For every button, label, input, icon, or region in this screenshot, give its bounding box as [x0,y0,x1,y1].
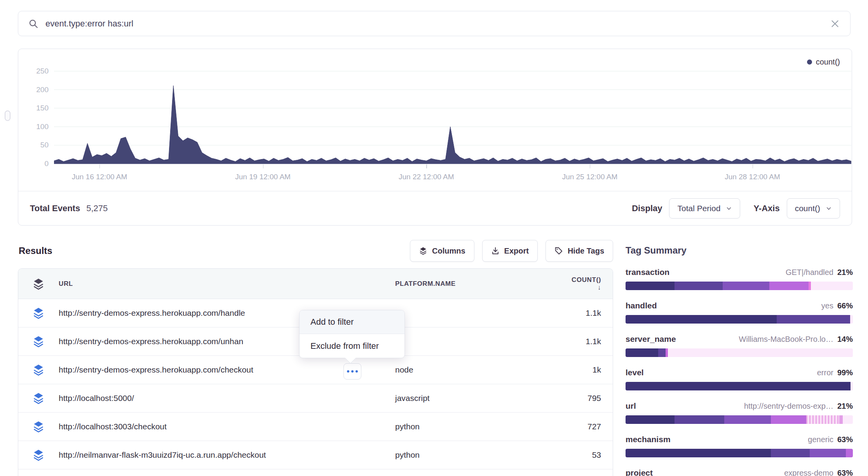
tag-distribution-bar[interactable] [626,415,853,424]
total-events-label: Total Events [30,203,80,214]
columns-button-label: Columns [432,247,465,256]
x-axis-tick [426,164,427,168]
tag-top-value: http://sentry-demos-exp… [641,401,833,411]
tag-bar-segment [771,449,809,457]
tag-top-percent: 21% [837,268,853,277]
table-row[interactable]: http://localhost:3003/checkoutpython727 [18,413,613,441]
tag-distribution-bar[interactable] [626,348,853,357]
download-icon [491,247,500,255]
sort-desc-icon: ↓ [598,284,601,291]
column-header-url[interactable]: URL [59,280,395,288]
url-cell[interactable]: http://neilmanvar-flask-m3uuizd7iq-uc.a.… [59,450,395,460]
chart-footer: Total Events 5,275 Display Total Period … [18,191,852,225]
count-cell: 795 [566,394,613,403]
panel-resize-handle[interactable] [5,110,10,121]
search-bar [18,11,851,36]
tag-summary-section: mechanismgeneric63% [626,435,853,457]
x-axis-tick [99,164,100,168]
y-axis-tick-label: 0 [17,159,49,168]
tag-bar-segment [839,415,843,424]
y-axis-tick-label: 150 [17,104,49,112]
tag-bar-segment [769,282,809,290]
yaxis-select[interactable]: count() [787,198,840,219]
tag-bar-segment [806,415,839,424]
tag-distribution-bar[interactable] [626,315,853,324]
tag-bar-segment [843,415,853,424]
layers-icon [33,392,44,404]
tag-distribution-bar[interactable] [626,282,853,290]
columns-button[interactable]: Columns [410,240,474,262]
x-axis-tick-label: Jun 16 12:00 AM [72,173,127,181]
tag-bar-segment [626,348,658,357]
tag-top-value: GET|/handled [675,268,833,277]
tag-bar-segment [810,449,846,457]
tag-top-percent: 66% [837,301,853,310]
tag-bar-segment [626,315,777,324]
tag-bar-segment [626,449,771,457]
events-chart-panel: 050100150200250Jun 16 12:00 AMJun 19 12:… [18,49,852,226]
y-axis-tick-label: 100 [17,122,49,131]
tag-distribution-bar[interactable] [626,449,853,457]
layers-icon [33,449,44,461]
tag-bar-segment [658,348,666,357]
display-select-value: Total Period [677,204,720,213]
url-cell[interactable]: http://localhost:3003/checkout [59,422,395,431]
tag-bar-segment [626,415,675,424]
export-button-label: Export [504,247,529,256]
y-axis-tick-label: 50 [17,141,49,149]
count-cell: 53 [566,450,613,460]
hide-tags-button[interactable]: Hide Tags [546,240,613,262]
tag-top-percent: 63% [837,468,853,476]
yaxis-label: Y-Axis [753,203,779,214]
tag-name: url [626,401,636,411]
tag-top-value: express-demo [658,468,833,476]
column-header-count[interactable]: COUNT() ↓ [566,276,613,292]
results-table: URL PLATFORM.NAME COUNT() ↓ http://sentr… [18,268,613,476]
tag-bar-segment [675,415,725,424]
table-row[interactable]: http://neilmanvar-flask-m3uuizd7iq-uc.a.… [18,441,613,469]
tag-top-value: Williams-MacBook-Pro.lo… [682,334,833,344]
tag-bar-segment [668,348,853,357]
legend-dot-icon [807,60,812,65]
table-row[interactable]: http://sentry-demos-express.herokuapp.co… [18,356,613,384]
yaxis-select-value: count() [795,204,820,213]
layers-icon [33,420,44,433]
platform-cell[interactable]: node [395,365,566,374]
platform-cell[interactable]: python [395,450,566,460]
column-header-platform[interactable]: PLATFORM.NAME [395,280,566,288]
tag-summary-title: Tag Summary [626,245,853,256]
results-heading: Results [19,245,52,256]
menu-item-add-to-filter[interactable]: Add to filter [300,310,404,334]
tag-top-percent: 99% [837,368,853,377]
events-area-chart: 050100150200250Jun 16 12:00 AMJun 19 12:… [54,49,851,177]
clear-search-icon[interactable] [830,19,840,29]
tag-bar-segment [723,282,769,290]
url-cell[interactable]: http://localhost:5000/ [59,394,395,403]
platform-cell[interactable]: javascript [395,394,566,403]
cell-actions-button[interactable] [343,363,361,380]
chevron-down-icon [726,205,732,212]
x-axis-tick-label: Jun 19 12:00 AM [235,173,291,181]
tag-bar-segment [675,282,723,290]
results-toolbar: Columns Export Hide Tags [407,240,613,262]
x-axis-tick-label: Jun 25 12:00 AM [562,173,618,181]
tag-top-value: generic [676,435,833,444]
search-input[interactable] [45,19,830,29]
cell-context-menu: Add to filter Exclude from filter [299,310,405,358]
tag-summary-section: transactionGET|/handled21% [626,268,853,290]
table-row[interactable]: http://localhost:5000/javascript795 [18,384,613,413]
tag-name: mechanism [626,435,671,444]
tag-name: server_name [626,334,676,344]
y-axis-tick-label: 250 [17,67,49,75]
platform-cell[interactable]: python [395,422,566,431]
tag-distribution-bar[interactable] [626,382,853,390]
tag-top-percent: 63% [837,435,853,444]
total-events-value: 5,275 [86,203,108,214]
tag-bar-segment [777,315,850,324]
tag-top-percent: 14% [837,334,853,344]
export-button[interactable]: Export [482,240,538,262]
count-header-label: COUNT() [572,276,601,284]
display-select[interactable]: Total Period [669,198,740,219]
tag-top-value: yes [662,301,833,310]
tag-top-percent: 21% [837,401,853,411]
